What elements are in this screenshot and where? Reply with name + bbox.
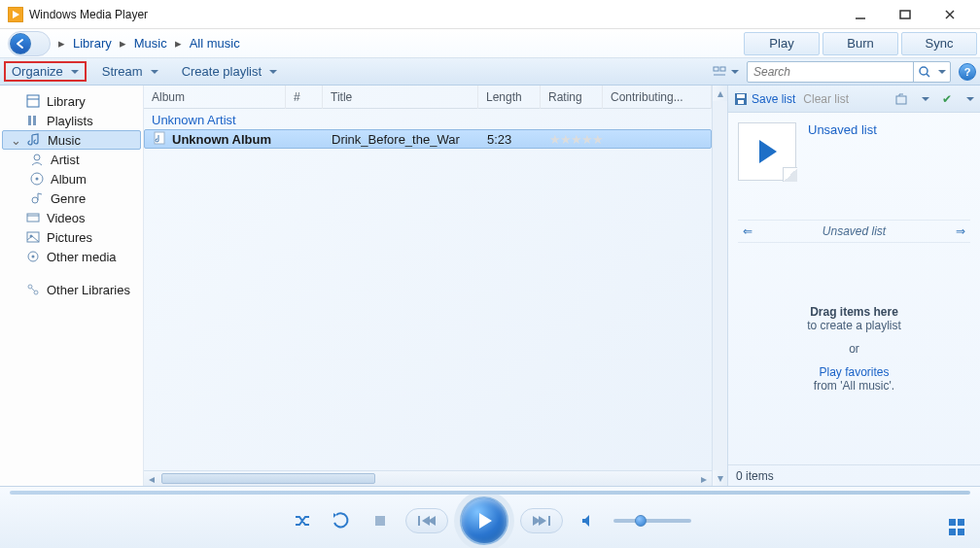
list-panel-body: Unsaved list ⇐ Unsaved list ⇒ Drag items…: [728, 113, 980, 464]
library-icon: [25, 93, 41, 109]
col-rating[interactable]: Rating: [541, 86, 603, 109]
main-list: Album # Title Length Rating Contributing…: [144, 86, 712, 486]
sidebar-item-videos[interactable]: Videos: [2, 208, 141, 227]
chevron-right-icon: ▸: [58, 36, 65, 51]
list-options-button[interactable]: [892, 89, 912, 109]
view-toggle-button[interactable]: [949, 519, 966, 536]
col-album[interactable]: Album: [144, 86, 286, 109]
videos-icon: [25, 210, 41, 225]
back-icon: [10, 33, 31, 54]
sidebar-item-other-media[interactable]: Other media: [2, 247, 141, 266]
svg-rect-7: [720, 67, 725, 71]
search-icon[interactable]: [913, 62, 934, 82]
play-favorites-link[interactable]: Play favorites: [819, 365, 889, 379]
sidebar-item-genre[interactable]: Genre: [2, 188, 141, 208]
breadcrumb-all-music[interactable]: All music: [190, 36, 240, 51]
svg-point-17: [36, 178, 39, 181]
svg-rect-32: [896, 96, 906, 104]
scroll-thumb[interactable]: [161, 473, 375, 484]
sidebar-item-music[interactable]: ⌄ Music: [2, 130, 141, 150]
volume-slider[interactable]: [613, 519, 691, 523]
col-title[interactable]: Title: [323, 86, 478, 109]
back-forward-button[interactable]: [8, 31, 51, 56]
mute-button[interactable]: [575, 507, 602, 534]
search-input[interactable]: [748, 65, 913, 79]
svg-marker-33: [759, 140, 777, 163]
scroll-right-icon[interactable]: ▸: [696, 472, 712, 486]
volume-thumb[interactable]: [635, 515, 647, 527]
list-check-button[interactable]: ✔: [937, 89, 957, 109]
search-box[interactable]: [747, 61, 951, 83]
artist-group[interactable]: Unknown Artist: [144, 109, 712, 129]
sidebar-item-pictures[interactable]: Pictures: [2, 227, 141, 247]
sidebar-item-library[interactable]: Library: [2, 91, 141, 111]
svg-rect-41: [548, 516, 550, 526]
caret-down-icon: [71, 70, 79, 74]
scroll-down-icon[interactable]: ▾: [713, 470, 727, 486]
sidebar-item-label: Album: [51, 172, 87, 187]
previous-button[interactable]: [405, 508, 448, 533]
maximize-button[interactable]: [883, 3, 928, 26]
breadcrumb-library[interactable]: Library: [73, 36, 112, 51]
scroll-track[interactable]: [713, 101, 727, 470]
body-area: Library Playlists ⌄ Music Artist Album G…: [0, 86, 980, 486]
track-title: Drink_Before_the_War: [324, 132, 479, 147]
stream-menu[interactable]: Stream: [94, 62, 166, 81]
tab-play[interactable]: Play: [744, 32, 820, 55]
playlist-thumb: [738, 122, 796, 181]
scroll-up-icon[interactable]: ▴: [713, 86, 727, 101]
repeat-button[interactable]: [328, 507, 355, 534]
svg-line-27: [31, 288, 35, 291]
current-list-label: Unsaved list: [757, 224, 951, 238]
track-rating[interactable]: ★★★★★: [542, 132, 604, 147]
genre-icon: [29, 190, 45, 206]
save-list-button[interactable]: Save list: [734, 92, 795, 106]
view-options-button[interactable]: [710, 62, 729, 82]
chevron-right-icon: ▸: [120, 36, 126, 51]
unsaved-list-title[interactable]: Unsaved list: [808, 122, 877, 137]
list-panel: Save list Clear list ✔ Unsaved list ⇐ Un…: [727, 86, 980, 486]
tab-burn[interactable]: Burn: [822, 32, 898, 55]
table-row[interactable]: Unknown Album Drink_Before_the_War 5:23 …: [144, 129, 712, 149]
svg-point-9: [920, 67, 928, 75]
shuffle-button[interactable]: [289, 507, 316, 534]
album-icon: [29, 171, 45, 187]
network-icon: [25, 282, 41, 297]
vertical-scrollbar[interactable]: ▴ ▾: [712, 86, 727, 486]
sidebar-item-playlists[interactable]: Playlists: [2, 111, 141, 130]
pictures-icon: [25, 229, 41, 245]
sidebar-item-album[interactable]: Album: [2, 169, 141, 188]
drop-zone[interactable]: Drag items here to create a playlist or …: [738, 243, 970, 455]
horizontal-scrollbar[interactable]: ◂ ▸: [144, 470, 712, 486]
col-number[interactable]: #: [286, 86, 323, 109]
sidebar: Library Playlists ⌄ Music Artist Album G…: [0, 86, 144, 486]
svg-rect-11: [27, 95, 39, 107]
breadcrumb-music[interactable]: Music: [134, 36, 167, 51]
clear-list-button[interactable]: Clear list: [803, 92, 849, 106]
next-list-button[interactable]: ⇒: [951, 224, 970, 238]
prev-list-button[interactable]: ⇐: [738, 224, 757, 238]
list-status: 0 items: [728, 464, 980, 486]
help-button[interactable]: ?: [959, 63, 976, 81]
tab-sync[interactable]: Sync: [901, 32, 977, 55]
minimize-button[interactable]: [838, 3, 883, 26]
app-icon: [8, 7, 23, 22]
col-contributing[interactable]: Contributing...: [603, 86, 712, 109]
close-button[interactable]: [928, 3, 972, 26]
play-button[interactable]: [460, 497, 508, 545]
svg-point-18: [32, 197, 38, 203]
svg-rect-30: [737, 94, 745, 98]
sidebar-item-label: Videos: [47, 211, 86, 225]
organize-menu[interactable]: Organize: [4, 61, 87, 82]
create-playlist-menu[interactable]: Create playlist: [174, 62, 285, 81]
scroll-left-icon[interactable]: ◂: [144, 472, 159, 486]
next-button[interactable]: [520, 508, 563, 533]
sidebar-item-label: Genre: [51, 191, 86, 206]
col-length[interactable]: Length: [478, 86, 541, 109]
seek-bar[interactable]: [10, 491, 970, 495]
stop-button[interactable]: [367, 507, 394, 534]
sidebar-item-label: Artist: [51, 153, 80, 167]
sidebar-item-other-libraries[interactable]: Other Libraries: [2, 280, 141, 299]
sidebar-item-artist[interactable]: Artist: [2, 150, 141, 169]
svg-point-24: [32, 256, 35, 258]
